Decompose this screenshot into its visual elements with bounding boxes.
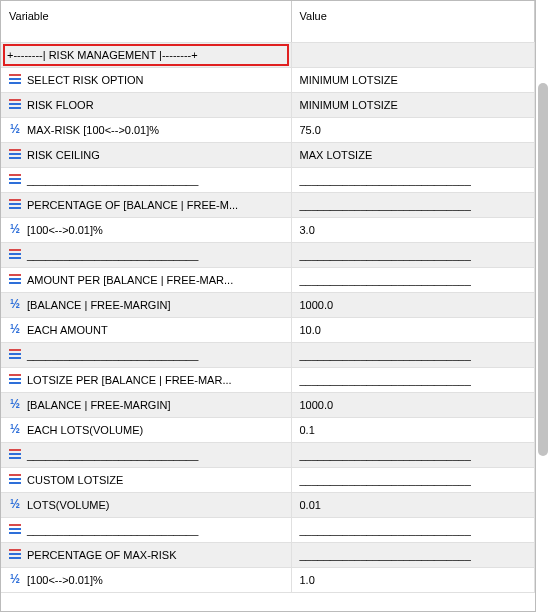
text-type-icon (7, 446, 23, 462)
value-cell[interactable]: ____________________________ (291, 368, 535, 393)
value-cell[interactable]: ____________________________ (291, 343, 535, 368)
table-row[interactable]: ½[100<-->0.01]%1.0 (1, 568, 535, 593)
table-row[interactable]: ½LOTS(VOLUME)0.01 (1, 493, 535, 518)
variable-label: RISK CEILING (27, 149, 100, 161)
table-row[interactable]: ½[100<-->0.01]%3.0 (1, 218, 535, 243)
table-row[interactable]: AMOUNT PER [BALANCE | FREE-MAR..._______… (1, 268, 535, 293)
value-cell[interactable]: 0.1 (291, 418, 535, 443)
variable-label: [100<-->0.01]% (27, 574, 103, 586)
table-row[interactable]: ________________________________________… (1, 343, 535, 368)
scrollbar-thumb[interactable] (538, 83, 548, 456)
variable-label: EACH AMOUNT (27, 324, 108, 336)
value-cell[interactable]: MINIMUM LOTSIZE (291, 93, 535, 118)
variable-cell[interactable]: ½[BALANCE | FREE-MARGIN] (1, 293, 291, 318)
table-row[interactable]: ________________________________________… (1, 243, 535, 268)
table-row[interactable]: +--------| RISK MANAGEMENT |--------+ (1, 43, 535, 68)
variable-cell[interactable]: SELECT RISK OPTION (1, 68, 291, 93)
variable-cell[interactable]: ½[100<-->0.01]% (1, 218, 291, 243)
variable-cell[interactable]: ____________________________ (1, 168, 291, 193)
variable-label: AMOUNT PER [BALANCE | FREE-MAR... (27, 274, 233, 286)
text-type-icon (7, 371, 23, 387)
variable-label: MAX-RISK [100<-->0.01]% (27, 124, 159, 136)
text-type-icon (7, 546, 23, 562)
variable-label: ____________________________ (27, 249, 198, 261)
value-cell[interactable]: ____________________________ (291, 193, 535, 218)
settings-grid: Variable Value +--------| RISK MANAGEMEN… (0, 0, 536, 612)
variable-cell[interactable]: PERCENTAGE OF MAX-RISK (1, 543, 291, 568)
value-cell[interactable]: MINIMUM LOTSIZE (291, 68, 535, 93)
table-row[interactable]: RISK FLOORMINIMUM LOTSIZE (1, 93, 535, 118)
table-row[interactable]: ________________________________________… (1, 443, 535, 468)
variable-cell[interactable]: ½MAX-RISK [100<-->0.01]% (1, 118, 291, 143)
variable-label: SELECT RISK OPTION (27, 74, 144, 86)
variable-label: [BALANCE | FREE-MARGIN] (27, 299, 170, 311)
value-cell[interactable]: ____________________________ (291, 518, 535, 543)
table-row[interactable]: ½MAX-RISK [100<-->0.01]%75.0 (1, 118, 535, 143)
value-cell[interactable]: ____________________________ (291, 168, 535, 193)
table-row[interactable]: CUSTOM LOTSIZE__________________________… (1, 468, 535, 493)
table-row[interactable]: ________________________________________… (1, 518, 535, 543)
text-type-icon (7, 196, 23, 212)
value-cell[interactable]: 3.0 (291, 218, 535, 243)
variable-label: LOTS(VOLUME) (27, 499, 110, 511)
variable-label: LOTSIZE PER [BALANCE | FREE-MAR... (27, 374, 232, 386)
variable-label: ____________________________ (27, 174, 198, 186)
variable-label: EACH LOTS(VOLUME) (27, 424, 143, 436)
text-type-icon (7, 96, 23, 112)
variable-cell[interactable]: ____________________________ (1, 518, 291, 543)
variable-cell[interactable]: ½[100<-->0.01]% (1, 568, 291, 593)
value-cell[interactable]: 10.0 (291, 318, 535, 343)
table-row[interactable]: PERCENTAGE OF [BALANCE | FREE-M...______… (1, 193, 535, 218)
variable-label: [BALANCE | FREE-MARGIN] (27, 399, 170, 411)
variable-cell[interactable]: AMOUNT PER [BALANCE | FREE-MAR... (1, 268, 291, 293)
value-cell[interactable]: 1.0 (291, 568, 535, 593)
table-row[interactable]: SELECT RISK OPTIONMINIMUM LOTSIZE (1, 68, 535, 93)
text-type-icon (7, 146, 23, 162)
variable-cell[interactable]: ½[BALANCE | FREE-MARGIN] (1, 393, 291, 418)
value-cell[interactable]: ____________________________ (291, 268, 535, 293)
variable-cell[interactable]: ½EACH AMOUNT (1, 318, 291, 343)
value-cell[interactable]: 0.01 (291, 493, 535, 518)
variable-cell[interactable]: PERCENTAGE OF [BALANCE | FREE-M... (1, 193, 291, 218)
table-row[interactable]: ½[BALANCE | FREE-MARGIN]1000.0 (1, 293, 535, 318)
numeric-type-icon: ½ (7, 221, 23, 237)
variable-cell[interactable]: ½LOTS(VOLUME) (1, 493, 291, 518)
value-cell[interactable]: 75.0 (291, 118, 535, 143)
variable-cell[interactable]: ½EACH LOTS(VOLUME) (1, 418, 291, 443)
variable-cell[interactable]: +--------| RISK MANAGEMENT |--------+ (1, 43, 291, 68)
text-type-icon (7, 471, 23, 487)
value-cell[interactable]: ____________________________ (291, 243, 535, 268)
variable-table: Variable Value +--------| RISK MANAGEMEN… (1, 1, 535, 593)
column-header-variable[interactable]: Variable (1, 1, 291, 43)
table-row[interactable]: ________________________________________… (1, 168, 535, 193)
variable-label: PERCENTAGE OF MAX-RISK (27, 549, 177, 561)
value-cell[interactable]: ____________________________ (291, 543, 535, 568)
table-row[interactable]: ½EACH AMOUNT10.0 (1, 318, 535, 343)
variable-label: ____________________________ (27, 349, 198, 361)
variable-label: CUSTOM LOTSIZE (27, 474, 123, 486)
variable-label: [100<-->0.01]% (27, 224, 103, 236)
variable-cell[interactable]: LOTSIZE PER [BALANCE | FREE-MAR... (1, 368, 291, 393)
table-row[interactable]: ½EACH LOTS(VOLUME)0.1 (1, 418, 535, 443)
value-cell[interactable]: ____________________________ (291, 468, 535, 493)
variable-cell[interactable]: ____________________________ (1, 343, 291, 368)
table-row[interactable]: LOTSIZE PER [BALANCE | FREE-MAR...______… (1, 368, 535, 393)
variable-cell[interactable]: RISK FLOOR (1, 93, 291, 118)
value-cell[interactable]: MAX LOTSIZE (291, 143, 535, 168)
variable-label: RISK FLOOR (27, 99, 94, 111)
numeric-type-icon: ½ (7, 296, 23, 312)
value-cell[interactable] (291, 43, 535, 68)
value-cell[interactable]: 1000.0 (291, 293, 535, 318)
vertical-scrollbar[interactable] (536, 0, 550, 612)
table-row[interactable]: ½[BALANCE | FREE-MARGIN]1000.0 (1, 393, 535, 418)
variable-cell[interactable]: RISK CEILING (1, 143, 291, 168)
column-header-value[interactable]: Value (291, 1, 535, 43)
variable-cell[interactable]: ____________________________ (1, 243, 291, 268)
value-cell[interactable]: 1000.0 (291, 393, 535, 418)
table-row[interactable]: PERCENTAGE OF MAX-RISK__________________… (1, 543, 535, 568)
table-row[interactable]: RISK CEILINGMAX LOTSIZE (1, 143, 535, 168)
value-cell[interactable]: ____________________________ (291, 443, 535, 468)
variable-cell[interactable]: CUSTOM LOTSIZE (1, 468, 291, 493)
text-type-icon (7, 521, 23, 537)
variable-cell[interactable]: ____________________________ (1, 443, 291, 468)
